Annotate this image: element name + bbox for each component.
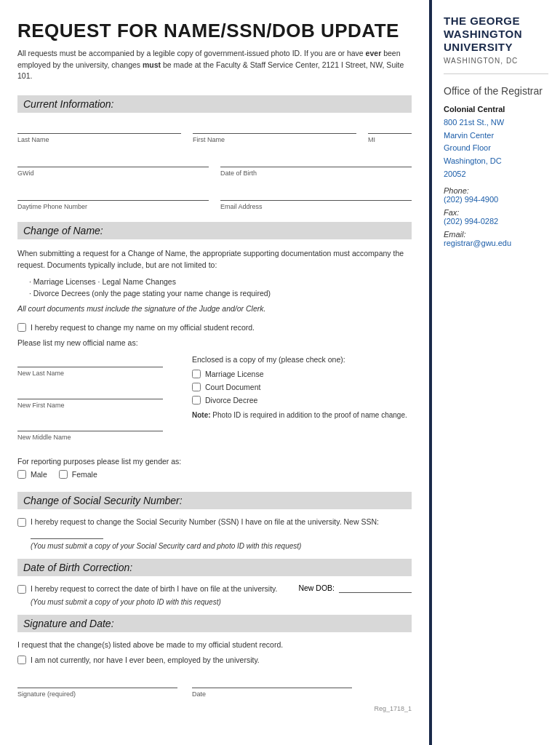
email-input[interactable] — [220, 188, 412, 201]
marriage-license-label: Marriage License — [205, 370, 264, 378]
new-name-left: New Last Name New First Name New Middle … — [17, 355, 177, 451]
new-dob-input[interactable] — [339, 583, 412, 593]
intro-paragraph: All requests must be accompanied by a le… — [17, 48, 412, 82]
gwid-label: GWid — [17, 170, 209, 177]
fax-label: Fax: — [444, 208, 548, 217]
photo-note: Note: Photo ID is required in addition t… — [192, 410, 412, 421]
university-logo: THE GEORGE WASHINGTON UNIVERSITY WASHING… — [444, 15, 548, 74]
first-name-input[interactable] — [193, 121, 356, 134]
intro-text-1: All requests must be accompanied by a le… — [17, 49, 366, 57]
phone-input[interactable] — [17, 188, 209, 201]
address-line1: 800 21st St., NW — [444, 116, 548, 130]
phone-value: (202) 994-4900 — [444, 195, 548, 204]
employed-checkbox-label: I am not currently, nor have I ever been… — [31, 656, 260, 664]
male-checkbox[interactable] — [17, 470, 26, 479]
last-name-field: Last Name — [17, 121, 181, 143]
name-change-checkbox-row: I hereby request to change my name on my… — [17, 323, 412, 332]
new-dob-label: New DOB: — [298, 583, 335, 592]
section-header-name: Change of Name: — [17, 222, 412, 239]
address-line3: Ground Floor — [444, 142, 548, 155]
phone-label: Daytime Phone Number — [17, 203, 209, 210]
address-bold: Colonial Central — [444, 105, 548, 113]
section-header-current: Current Information: — [17, 95, 412, 113]
new-middle-name-input[interactable] — [17, 419, 163, 431]
gender-prompt: For reporting purposes please list my ge… — [17, 457, 412, 466]
photo-note-text: Photo ID is required in addition to the … — [211, 411, 407, 419]
name-row: Last Name First Name MI — [17, 121, 412, 143]
female-checkbox[interactable] — [59, 470, 68, 479]
photo-note-bold: Note: — [192, 411, 211, 419]
marriage-license-row: Marriage License — [192, 370, 412, 378]
bullet-2: · Divorce Decrees (only the page stating… — [29, 287, 412, 300]
date-label: Date — [192, 690, 352, 698]
page-title: REQUEST FOR NAME/SSN/DOB UPDATE — [17, 20, 412, 42]
male-row: Male — [17, 470, 47, 479]
dob-checkbox[interactable] — [17, 585, 26, 594]
male-label: Male — [31, 470, 47, 479]
employed-checkbox[interactable] — [17, 656, 26, 664]
court-doc-row: Court Document — [192, 383, 412, 391]
employed-checkbox-row: I am not currently, nor have I ever been… — [17, 656, 412, 664]
phone-field: Daytime Phone Number — [17, 188, 209, 210]
first-name-field: First Name — [193, 121, 356, 143]
new-last-name-input[interactable] — [17, 355, 163, 367]
first-name-label: First Name — [193, 136, 356, 143]
phone-email-row: Daytime Phone Number Email Address — [17, 188, 412, 210]
email-label: Email Address — [220, 203, 412, 210]
signature-input[interactable] — [17, 676, 177, 688]
university-name: THE GEORGE WASHINGTON UNIVERSITY — [444, 15, 548, 54]
name-bullets: · Marriage Licenses · Legal Name Changes… — [29, 276, 412, 300]
last-name-input[interactable] — [17, 121, 181, 134]
address-line4: Washington, DC — [444, 155, 548, 168]
new-middle-name-label: New Middle Name — [17, 434, 177, 441]
university-line1: THE GEORGE — [444, 15, 548, 28]
address-line2: Marvin Center — [444, 130, 548, 143]
email-value: registrar@gwu.edu — [444, 239, 548, 247]
sidebar-address: 800 21st St., NW Marvin Center Ground Fl… — [444, 116, 548, 180]
court-doc-checkbox[interactable] — [192, 383, 201, 391]
new-ssn-input[interactable] — [31, 530, 103, 539]
gwid-input[interactable] — [17, 155, 209, 167]
signature-label: Signature (required) — [17, 690, 177, 698]
ssn-checkbox[interactable] — [17, 518, 26, 527]
new-first-name-input[interactable] — [17, 387, 163, 399]
date-field: Date — [192, 676, 352, 698]
marriage-license-checkbox[interactable] — [192, 370, 201, 378]
new-last-name-field: New Last Name — [17, 355, 177, 377]
female-label: Female — [72, 470, 97, 479]
new-name-prompt: Please list my new official name as: — [17, 338, 412, 349]
court-note: All court documents must include the sig… — [17, 304, 412, 313]
name-change-checkbox[interactable] — [17, 323, 26, 332]
phone-label: Phone: — [444, 186, 548, 195]
court-doc-label: Court Document — [205, 383, 260, 391]
university-line3: UNIVERSITY — [444, 41, 548, 54]
mi-input[interactable] — [368, 121, 412, 134]
new-last-name-label: New Last Name — [17, 370, 177, 377]
divorce-decree-checkbox[interactable] — [192, 396, 201, 405]
ssn-text: I hereby request to change the Social Se… — [31, 517, 412, 540]
name-change-checkbox-label: I hereby request to change my name on my… — [31, 323, 255, 332]
main-content: REQUEST FOR NAME/SSN/DOB UPDATE All requ… — [0, 0, 429, 745]
dob-italic-sub: (You must submit a copy of your photo ID… — [31, 598, 412, 606]
divorce-decree-label: Divorce Decree — [205, 396, 257, 405]
sig-row: Signature (required) Date — [17, 676, 412, 698]
ssn-italic-sub: (You must submit a copy of your Social S… — [31, 542, 412, 550]
university-line2: WASHINGTON — [444, 28, 548, 41]
name-change-desc: When submitting a request for a Change o… — [17, 248, 412, 271]
university-location: WASHINGTON, DC — [444, 57, 548, 65]
gwid-dob-row: GWid Date of Birth — [17, 155, 412, 177]
sidebar: THE GEORGE WASHINGTON UNIVERSITY WASHING… — [429, 0, 560, 745]
section-header-ssn: Change of Social Security Number: — [17, 492, 412, 509]
signature-field: Signature (required) — [17, 676, 177, 698]
gender-row: Male Female — [17, 470, 412, 483]
dob-text: I hereby request to correct the date of … — [31, 583, 294, 595]
date-input[interactable] — [192, 676, 352, 688]
dob-field: Date of Birth — [220, 155, 412, 177]
email-field: Email Address — [220, 188, 412, 210]
dob-input[interactable] — [220, 155, 412, 167]
reg-number: Reg_1718_1 — [17, 705, 412, 712]
dob-field-label: Date of Birth — [220, 170, 412, 177]
office-title: Office of the Registrar — [444, 84, 548, 97]
new-first-name-label: New First Name — [17, 402, 177, 409]
mi-field: MI — [368, 121, 412, 143]
